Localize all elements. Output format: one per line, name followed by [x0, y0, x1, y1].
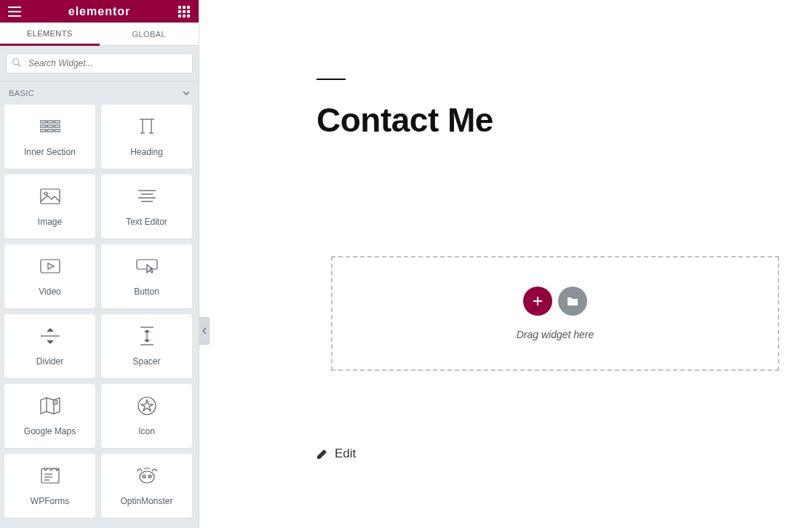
svg-rect-5	[187, 6, 190, 9]
spacer-icon	[139, 326, 155, 346]
form-icon	[41, 465, 60, 486]
brand-title: elementor	[22, 5, 177, 18]
chevron-down-icon	[183, 91, 190, 95]
widget-button[interactable]: Button	[101, 244, 192, 308]
pencil-icon	[317, 449, 327, 460]
star-circle-icon	[138, 396, 156, 416]
category-basic-header[interactable]: BASIC	[0, 81, 199, 105]
svg-point-53	[149, 476, 151, 477]
svg-rect-16	[55, 121, 60, 123]
title-divider	[317, 79, 346, 80]
svg-rect-18	[47, 125, 53, 127]
widget-divider[interactable]: Divider	[4, 314, 95, 378]
panel-tabs: ELEMENTS GLOBAL	[0, 23, 199, 46]
divider-icon	[41, 326, 60, 346]
widget-heading[interactable]: Heading	[101, 105, 192, 169]
add-section-button[interactable]	[523, 287, 552, 316]
svg-point-52	[143, 476, 145, 477]
menu-icon[interactable]	[7, 4, 22, 19]
widget-optinmonster[interactable]: OptinMonster	[101, 454, 192, 518]
svg-rect-15	[47, 121, 53, 123]
svg-point-43	[55, 401, 56, 403]
widget-label: Image	[38, 217, 62, 227]
elementor-sidebar: elementor ELEMENTS GLOBAL BASIC Inner Se…	[0, 0, 199, 528]
widget-wpforms[interactable]: WPForms	[4, 454, 95, 518]
optinmonster-icon	[136, 465, 158, 486]
search-container	[0, 46, 199, 81]
page-title: Contact Me	[317, 100, 493, 140]
widget-label: Button	[134, 287, 159, 297]
widgets-grid: Inner Section Heading Image Text Editor	[0, 105, 199, 522]
widget-image[interactable]: Image	[4, 175, 95, 239]
edit-label: Edit	[335, 447, 356, 461]
widget-text-editor[interactable]: Text Editor	[101, 175, 192, 239]
drop-area[interactable]: Drag widget here	[331, 256, 779, 371]
svg-rect-7	[183, 10, 186, 13]
button-icon	[136, 256, 158, 276]
tab-elements[interactable]: ELEMENTS	[0, 23, 100, 46]
svg-rect-9	[178, 15, 181, 17]
image-icon	[40, 186, 60, 207]
svg-point-49	[140, 471, 154, 483]
video-icon	[40, 256, 60, 276]
svg-rect-14	[40, 121, 46, 123]
svg-rect-10	[183, 15, 186, 17]
folder-icon	[567, 296, 578, 306]
search-icon	[12, 57, 22, 68]
svg-line-13	[18, 64, 21, 67]
widget-label: OptinMonster	[120, 496, 172, 506]
widget-label: Inner Section	[24, 147, 76, 157]
svg-rect-21	[47, 129, 53, 132]
widget-label: WPForms	[31, 496, 69, 506]
widget-label: Spacer	[132, 356, 160, 367]
tab-global[interactable]: GLOBAL	[100, 23, 199, 46]
svg-rect-11	[187, 15, 190, 17]
svg-rect-8	[187, 10, 190, 13]
heading-icon	[137, 116, 157, 137]
map-icon	[40, 396, 60, 416]
columns-icon	[40, 116, 60, 137]
sidebar-header: elementor	[0, 0, 199, 23]
apps-icon[interactable]	[177, 4, 191, 19]
widget-google-maps[interactable]: Google Maps	[4, 384, 95, 448]
svg-rect-28	[41, 189, 60, 204]
widget-label: Text Editor	[126, 217, 167, 227]
heading-section[interactable]: Contact Me	[317, 79, 493, 140]
svg-rect-3	[178, 6, 181, 9]
svg-rect-34	[41, 260, 60, 273]
widget-label: Google Maps	[24, 426, 76, 436]
widget-label: Icon	[138, 426, 155, 436]
editor-canvas: Contact Me Drag widget here Edit	[200, 0, 812, 528]
svg-rect-20	[40, 129, 46, 132]
svg-rect-4	[183, 6, 186, 9]
drop-hint-text: Drag widget here	[517, 329, 594, 340]
widget-label: Divider	[36, 356, 63, 367]
svg-rect-6	[178, 10, 181, 13]
category-basic-label: BASIC	[9, 89, 34, 97]
svg-rect-19	[55, 125, 60, 127]
plus-icon	[532, 295, 544, 307]
svg-rect-22	[55, 129, 60, 132]
drop-area-buttons	[523, 287, 587, 316]
svg-point-29	[44, 192, 47, 195]
chevron-left-icon	[202, 327, 207, 335]
template-library-button[interactable]	[558, 287, 587, 316]
widget-inner-section[interactable]: Inner Section	[4, 105, 95, 169]
text-editor-icon	[137, 186, 157, 207]
svg-rect-17	[40, 125, 46, 127]
edit-section-link[interactable]: Edit	[317, 447, 356, 461]
widget-label: Heading	[130, 147, 163, 157]
widget-video[interactable]: Video	[4, 244, 95, 308]
widget-icon[interactable]: Icon	[101, 384, 192, 448]
svg-point-12	[13, 59, 19, 65]
widget-spacer[interactable]: Spacer	[101, 314, 192, 378]
collapse-sidebar-button[interactable]	[199, 317, 210, 345]
widget-label: Video	[39, 287, 60, 297]
search-input[interactable]	[6, 53, 193, 73]
